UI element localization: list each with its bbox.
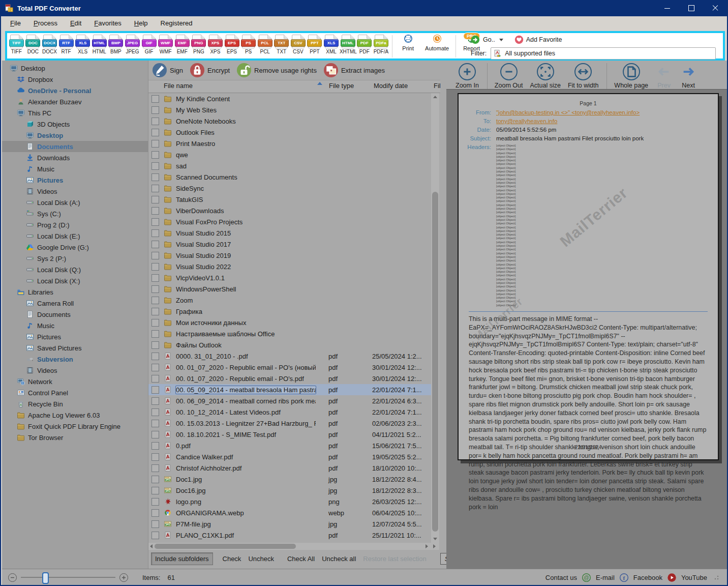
row-checkbox[interactable] — [151, 442, 159, 450]
tree-item[interactable]: Prog 2 (D:) — [2, 219, 148, 230]
column-file-size[interactable]: Fil — [434, 82, 441, 90]
include-subfolders-toggle[interactable]: Include subfolders — [151, 552, 213, 565]
convert-format-button[interactable]: EMF EMF — [174, 34, 191, 54]
row-checkbox[interactable] — [151, 464, 159, 472]
tree-item[interactable]: Camera Roll — [2, 298, 148, 309]
pdf-action-button[interactable]: Encrypt — [190, 63, 230, 77]
convert-format-button[interactable]: GIF GIF — [141, 34, 158, 54]
row-checkbox[interactable] — [151, 285, 159, 293]
file-row[interactable]: SideSync — [148, 183, 431, 194]
row-checkbox[interactable] — [151, 408, 159, 416]
row-checkbox[interactable] — [151, 341, 159, 349]
tree-item[interactable]: Music — [2, 320, 148, 331]
row-checkbox[interactable] — [151, 173, 159, 181]
convert-format-button[interactable]: DOC DOC — [25, 34, 42, 54]
tree-item[interactable]: Sys (C:) — [2, 208, 148, 219]
row-checkbox[interactable] — [151, 308, 159, 315]
tree-item[interactable]: Recycle Bin — [2, 398, 148, 409]
email-link[interactable]: E-mail — [596, 574, 615, 581]
vertical-scrollbar[interactable] — [431, 93, 439, 543]
youtube-link[interactable]: YouTube — [681, 574, 707, 581]
row-checkbox[interactable] — [151, 353, 159, 360]
row-checkbox[interactable] — [151, 185, 159, 192]
file-row[interactable]: VlcpVideoV1.0.1 — [148, 272, 431, 283]
horizontal-scrollbar[interactable] — [148, 543, 439, 550]
pdf-action-button[interactable]: Extract images — [324, 63, 385, 77]
scroll-right-icon[interactable] — [433, 544, 436, 548]
file-row[interactable]: Visual FoxPro Projects — [148, 216, 431, 227]
uncheck-all-button[interactable]: Uncheck all — [318, 553, 359, 565]
tree-item[interactable]: Subversion — [2, 354, 148, 365]
tree-item[interactable]: Apache Log Viewer 6.03 — [2, 409, 148, 421]
preview-tool-button[interactable]: Prev — [655, 63, 673, 89]
menu-item[interactable]: Edit — [70, 19, 81, 27]
preview-tool-button[interactable]: Next — [680, 63, 697, 89]
file-row[interactable]: PLANO_C1XK1.pdf pdf 25/11/2021 10:... — [148, 530, 431, 541]
file-row[interactable]: 0.pdf pdf 15/06/2021 7:5... — [148, 440, 431, 451]
chevron-down-icon[interactable] — [499, 39, 503, 41]
tree-item[interactable]: Local Disk (X:) — [2, 275, 148, 286]
tree-item[interactable]: Local Disk (E:) — [2, 230, 148, 242]
tree-item[interactable]: Tor Browser — [2, 432, 148, 443]
horizontal-scroll-thumb[interactable] — [155, 544, 296, 549]
automate-button[interactable]: Automate — [421, 34, 453, 51]
preview-tool-button[interactable]: Zoom In — [456, 63, 479, 89]
row-checkbox[interactable] — [151, 196, 159, 203]
vertical-scroll-thumb[interactable] — [432, 192, 438, 532]
tree-item[interactable]: Dropbox — [2, 74, 148, 85]
file-row[interactable]: OneNote Notebooks — [148, 115, 431, 127]
row-checkbox[interactable] — [151, 330, 159, 338]
row-checkbox[interactable] — [151, 319, 159, 327]
file-row[interactable]: Графика — [148, 306, 431, 317]
file-row[interactable]: Zoom — [148, 295, 431, 306]
column-modify-date[interactable]: Modify date — [374, 82, 408, 90]
check-all-button[interactable]: Check All — [284, 553, 318, 565]
menu-item[interactable]: Registered — [161, 19, 193, 27]
row-checkbox[interactable] — [151, 218, 159, 226]
row-checkbox[interactable] — [151, 263, 159, 271]
convert-format-button[interactable]: JPEG JPEG — [124, 34, 141, 54]
row-checkbox[interactable] — [151, 420, 159, 427]
row-checkbox[interactable] — [151, 364, 159, 371]
file-row[interactable]: Мои источники данных — [148, 317, 431, 328]
menu-item[interactable]: Help — [134, 19, 148, 27]
convert-format-button[interactable]: CSV CSV — [290, 34, 307, 54]
tree-item[interactable]: Documents — [2, 309, 148, 320]
preview-viewport[interactable]: Page 1 From: "john@backup-testing.in <>"… — [446, 89, 728, 569]
menu-item[interactable]: Favorites — [94, 19, 121, 27]
row-checkbox[interactable] — [151, 241, 159, 248]
convert-format-button[interactable]: WMF WMF — [157, 34, 174, 54]
scroll-down-icon[interactable] — [433, 538, 437, 540]
tree-item[interactable]: This PC — [2, 107, 148, 119]
tree-item[interactable]: Google Drive (G:) — [2, 242, 148, 253]
row-checkbox[interactable] — [151, 509, 159, 517]
row-checkbox[interactable] — [151, 95, 159, 103]
zoom-plus-button[interactable] — [119, 573, 128, 582]
tree-item[interactable]: Network — [2, 376, 148, 387]
tree-item[interactable]: Videos — [2, 186, 148, 197]
file-row[interactable]: WindowsPowerShell — [148, 283, 431, 295]
column-file-name[interactable]: File name — [164, 82, 193, 90]
convert-format-button[interactable]: XLS XML — [323, 34, 340, 54]
convert-format-button[interactable]: RTF RTF — [58, 34, 75, 54]
row-checkbox[interactable] — [151, 498, 159, 506]
column-file-type[interactable]: File type — [329, 82, 354, 90]
pdf-action-button[interactable]: Sign — [153, 63, 183, 77]
convert-format-button[interactable]: PS PS — [240, 34, 257, 54]
restore-last-selection-button[interactable]: Restore last selection — [359, 553, 430, 565]
convert-format-button[interactable]: DOCX DOCX — [41, 34, 58, 54]
tree-item[interactable]: Desktop — [2, 130, 148, 141]
row-checkbox[interactable] — [151, 140, 159, 148]
facebook-link[interactable]: Facebook — [633, 574, 662, 581]
convert-format-button[interactable]: TIFF TIFF — [8, 34, 25, 54]
tree-item[interactable]: Saved Pictures — [2, 342, 148, 354]
tree-item[interactable]: Libraries — [2, 286, 148, 298]
menu-item[interactable]: Process — [34, 19, 57, 27]
close-button[interactable] — [703, 0, 727, 16]
row-checkbox[interactable] — [151, 106, 159, 114]
menu-item[interactable]: File — [10, 19, 21, 27]
row-checkbox[interactable] — [151, 476, 159, 483]
row-checkbox[interactable] — [151, 487, 159, 494]
scroll-up-icon[interactable] — [433, 96, 437, 98]
row-checkbox[interactable] — [151, 532, 159, 539]
